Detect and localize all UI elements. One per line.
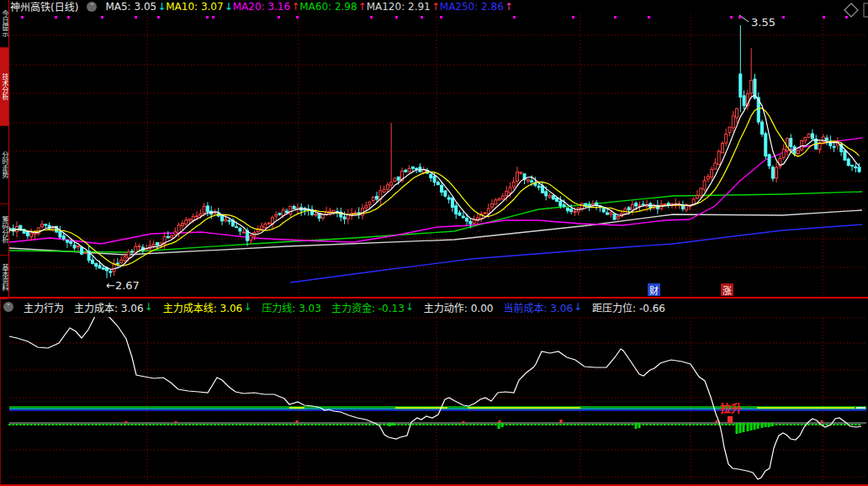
indicator-label-5: 主力动作: 0.00 [424, 300, 494, 314]
indicator-label-4: 主力资金: -0.13↓ [331, 300, 414, 314]
trend-arrow-icon: ↑ [505, 1, 513, 13]
ma-label-2: MA20: 3.16↑ [233, 1, 299, 13]
indicator-label-2: 主力成本线: 3.06↓ [163, 300, 252, 314]
trend-arrow-icon: ↓ [157, 1, 166, 13]
sidebar-item-2[interactable]: 分时走势 [0, 126, 8, 204]
trend-arrow-icon: ↓ [225, 1, 233, 13]
chart-badge-1[interactable]: 涨 [721, 283, 733, 296]
trend-arrow-icon: ↓ [145, 301, 153, 313]
svg-text:←2.67: ←2.67 [106, 279, 140, 292]
chevron-down-icon[interactable]: ˅ [87, 2, 97, 12]
indicator-label-6: 当前成本: 3.06↓ [503, 300, 582, 314]
sidebar-vertical-tabs: 今日提示技术分析分时走势筹码分析基本资料 [0, 0, 9, 297]
indicator-legend: 主力行为主力成本: 3.06↓主力成本线: 3.06↓压力线: 3.03主力资金… [24, 300, 675, 314]
ma-legend: MA5: 3.05↓MA10: 3.07↓MA20: 3.16↑MA60: 2.… [105, 1, 513, 13]
trend-arrow-icon: ↑ [358, 1, 367, 13]
sidebar-item-1[interactable]: 技术分析 [0, 48, 8, 126]
trend-arrow-icon: ↓ [574, 301, 582, 313]
chart-canvas[interactable]: ←2.673.55 拉升 [0, 0, 868, 486]
chart-badge-0[interactable]: 财 [648, 283, 660, 296]
indicator-label-3: 压力线: 3.03 [262, 300, 321, 314]
trend-arrow-icon: ↑ [431, 1, 440, 13]
trend-arrow-icon: ↓ [405, 301, 414, 313]
svg-text:拉升: 拉升 [720, 402, 742, 415]
trend-arrow-icon: ↑ [291, 1, 299, 13]
ma-label-5: MA250: 2.86↑ [440, 1, 513, 13]
stock-title: 神州高铁(日线) [10, 0, 78, 13]
indicator-label-0: 主力行为 [24, 300, 64, 314]
indicator-label-1: 主力成本: 3.06↓ [74, 300, 153, 314]
ma-label-3: MA60: 2.98↑ [299, 1, 366, 13]
ma-slow-lines-layer [9, 138, 862, 283]
chevron-down-icon[interactable]: ˅ [3, 302, 13, 312]
sidebar-item-4[interactable]: 基本资料 [0, 256, 8, 299]
bottom-bars-layer [8, 416, 860, 434]
indicator-panel-header: ˅ 主力行为主力成本: 3.06↓主力成本线: 3.06↓压力线: 3.03主力… [0, 298, 868, 315]
sidebar-item-0[interactable]: 今日提示 [0, 0, 8, 48]
sidebar-item-3[interactable]: 筹码分析 [0, 204, 8, 256]
bottom-grid-layer [9, 318, 866, 483]
ma-label-4: MA120: 2.91↑ [367, 1, 440, 13]
ma-label-1: MA10: 3.07↓ [166, 1, 232, 13]
indicator-label-7: 距压力位: -0.66 [592, 300, 665, 314]
bottom-curve-layer [9, 315, 861, 479]
stock-app-window: 今日提示技术分析分时走势筹码分析基本资料 神州高铁(日线) ˅ MA5: 3.0… [0, 0, 868, 486]
main-chart-header: 神州高铁(日线) ˅ MA5: 3.05↓MA10: 3.07↓MA20: 3.… [10, 0, 860, 13]
bottom-annotations-layer: 拉升 [720, 402, 742, 415]
trend-arrow-icon: ↓ [243, 301, 251, 313]
svg-text:3.55: 3.55 [751, 16, 775, 29]
ma-label-0: MA5: 3.05↓ [105, 1, 166, 13]
